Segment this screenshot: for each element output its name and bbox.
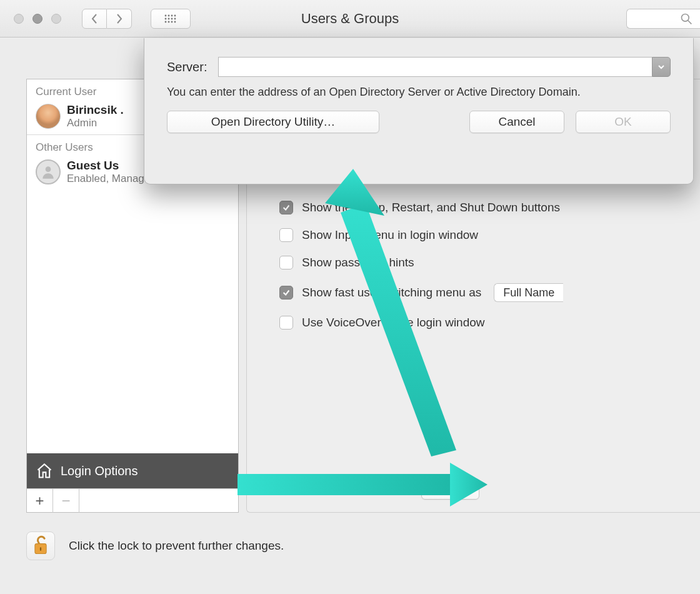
login-options-label: Login Options xyxy=(61,464,138,478)
option-label: Use VoiceOver in the login window xyxy=(302,316,485,330)
option-input-menu[interactable]: Show Input menu in login window xyxy=(279,228,688,242)
titlebar: Users & Groups xyxy=(0,0,700,38)
checkbox-icon[interactable] xyxy=(279,316,293,330)
search-icon xyxy=(680,13,692,25)
unlocked-lock-icon xyxy=(32,535,49,556)
add-user-button[interactable]: + xyxy=(27,489,53,513)
svg-point-11 xyxy=(174,21,176,23)
option-label: Show the Sleep, Restart, and Shut Down b… xyxy=(302,201,560,214)
svg-point-5 xyxy=(168,18,170,19)
svg-point-4 xyxy=(165,18,167,19)
checkbox-checked-icon[interactable] xyxy=(279,201,293,214)
option-label: Show Input menu in login window xyxy=(302,228,478,242)
option-sleep-restart[interactable]: Show the Sleep, Restart, and Shut Down b… xyxy=(279,201,688,214)
svg-point-12 xyxy=(682,14,689,22)
checkbox-checked-icon[interactable] xyxy=(279,286,293,300)
svg-point-0 xyxy=(165,14,167,16)
option-label: Show password hints xyxy=(302,256,414,269)
zoom-window-button[interactable] xyxy=(51,14,61,24)
guest-user-name: Guest Us xyxy=(67,159,156,173)
close-window-button[interactable] xyxy=(14,14,24,24)
search-field[interactable] xyxy=(626,9,700,29)
fast-user-switching-dropdown[interactable]: Full Name xyxy=(494,283,563,302)
svg-point-6 xyxy=(171,18,173,19)
svg-point-2 xyxy=(171,14,173,16)
nav-buttons xyxy=(82,9,132,29)
minimize-window-button[interactable] xyxy=(32,14,42,24)
lock-row: Click the lock to prevent further change… xyxy=(26,531,284,560)
ok-button[interactable]: OK xyxy=(576,111,671,133)
remove-user-button[interactable]: − xyxy=(53,489,79,513)
login-options-row[interactable]: Login Options xyxy=(27,453,238,488)
svg-line-13 xyxy=(688,21,692,24)
chevron-down-icon xyxy=(658,63,665,71)
window-controls xyxy=(14,14,61,24)
server-dropdown-arrow[interactable] xyxy=(652,57,671,77)
svg-point-7 xyxy=(174,18,176,19)
svg-rect-16 xyxy=(40,547,41,551)
join-button[interactable]: Join… xyxy=(421,480,479,500)
svg-point-10 xyxy=(171,21,173,23)
option-password-hints[interactable]: Show password hints xyxy=(279,256,688,269)
guest-user-status: Enabled, Managed xyxy=(67,173,156,185)
user-avatar-icon xyxy=(36,104,61,129)
lock-button[interactable] xyxy=(26,531,55,560)
forward-button[interactable] xyxy=(107,9,132,29)
server-label: Server: xyxy=(167,60,207,74)
svg-point-9 xyxy=(168,21,170,23)
server-combobox[interactable] xyxy=(218,57,671,77)
current-user-name: Birincsik . xyxy=(67,104,124,117)
checkbox-icon[interactable] xyxy=(279,256,293,269)
server-help-text: You can enter the address of an Open Dir… xyxy=(167,84,671,99)
show-all-button[interactable] xyxy=(151,9,191,29)
lock-text: Click the lock to prevent further change… xyxy=(69,539,284,553)
svg-point-3 xyxy=(174,14,176,16)
checkbox-icon[interactable] xyxy=(279,228,293,242)
svg-point-14 xyxy=(46,167,51,173)
directory-sheet: Server: You can enter the address of an … xyxy=(144,38,694,184)
option-voiceover[interactable]: Use VoiceOver in the login window xyxy=(279,316,688,330)
guest-avatar-icon xyxy=(36,159,61,184)
server-input[interactable] xyxy=(218,57,652,77)
network-account-server-label: Network Account Server: xyxy=(279,483,410,496)
current-user-role: Admin xyxy=(67,117,124,129)
svg-point-8 xyxy=(165,21,167,23)
option-fast-user-switching[interactable]: Show fast user switching menu as Full Na… xyxy=(279,283,688,302)
back-button[interactable] xyxy=(82,9,107,29)
option-label: Show fast user switching menu as xyxy=(302,286,481,300)
home-icon xyxy=(36,462,53,480)
cancel-button[interactable]: Cancel xyxy=(469,111,564,133)
open-directory-utility-button[interactable]: Open Directory Utility… xyxy=(167,111,379,133)
add-remove-bar: + − xyxy=(27,488,238,512)
svg-point-1 xyxy=(168,14,170,16)
